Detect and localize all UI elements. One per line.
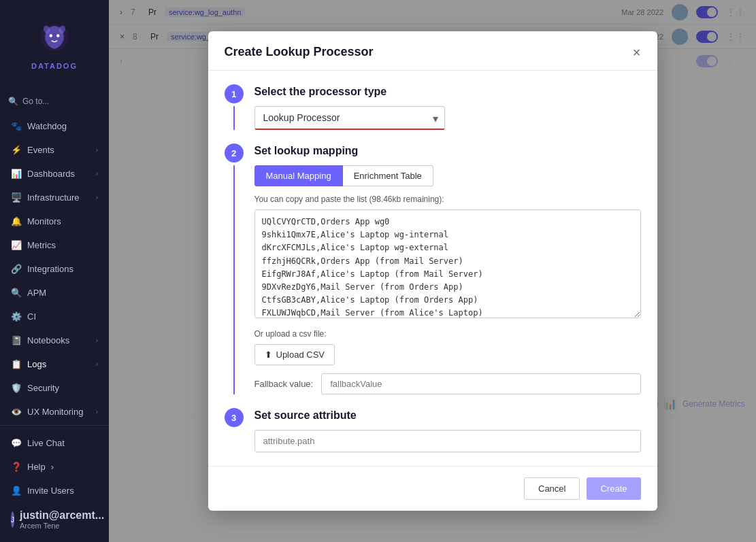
sidebar-search-area[interactable]: 🔍 Go to... <box>0 88 109 114</box>
logo-text: DATADOG <box>31 62 78 70</box>
invite-icon: 👤 <box>11 486 22 496</box>
sidebar-nav: 🐾 Watchdog ⚡ Events › 📊 Dashboards › 🖥️ … <box>0 114 109 425</box>
step-2-indicator: 2 <box>225 143 244 394</box>
modal-body: 1 Select the processor type Lookup Proce… <box>208 71 657 466</box>
sidebar-item-security[interactable]: 🛡️ Security <box>0 376 109 400</box>
sidebar-item-label: Monitors <box>27 216 61 226</box>
step-2-title: Set lookup mapping <box>254 145 641 157</box>
upload-btn-label: Upload CSV <box>276 350 325 360</box>
logo-area: DATADOG <box>0 0 109 88</box>
processor-type-select[interactable]: Lookup Processor <box>254 106 445 130</box>
sidebar-item-label: Infrastructure <box>27 192 80 203</box>
sidebar-item-label: Logs <box>27 359 46 369</box>
infrastructure-icon: 🖥️ <box>11 192 22 203</box>
step-1-indicator: 1 <box>225 84 244 130</box>
step-2-container: 2 Set lookup mapping Manual Mapping Enri… <box>208 143 657 408</box>
sidebar-item-label: Watchdog <box>27 121 67 131</box>
fallback-label: Fallback value: <box>254 379 314 389</box>
sidebar-item-label: Integrations <box>27 264 73 274</box>
global-search[interactable]: 🔍 Go to... <box>8 94 101 109</box>
sidebar-item-logs[interactable]: 📋 Logs › <box>0 352 109 376</box>
help-icon: ❓ <box>11 462 22 472</box>
logs-icon: 📋 <box>11 359 22 369</box>
fallback-row: Fallback value: <box>254 373 641 394</box>
dashboards-icon: 📊 <box>11 169 22 179</box>
monitors-icon: 🔔 <box>11 216 22 226</box>
events-icon: ⚡ <box>11 145 22 155</box>
sidebar-item-ux-monitoring[interactable]: 👁️ UX Monitoring › <box>0 400 109 424</box>
modal-close-button[interactable]: × <box>633 46 641 59</box>
chevron-right-icon: › <box>96 360 98 368</box>
sidebar-bottom: 💬 Live Chat ❓ Help › 👤 Invite Users J ju… <box>0 425 109 542</box>
sidebar-item-label: Events <box>27 145 54 155</box>
sidebar-item-label: Notebooks <box>27 335 69 345</box>
integrations-icon: 🔗 <box>11 264 22 274</box>
upload-label: Or upload a csv file: <box>254 329 641 339</box>
modal-title: Create Lookup Processor <box>225 45 374 59</box>
modal-header: Create Lookup Processor × <box>208 31 657 71</box>
security-icon: 🛡️ <box>11 383 22 393</box>
sidebar-item-live-chat[interactable]: 💬 Live Chat <box>0 431 109 455</box>
chevron-right-icon: › <box>96 408 98 416</box>
mapping-textarea[interactable]: UQlCVYQrCTD,Orders App wg0 9shki1Qmx7E,A… <box>254 209 641 318</box>
cancel-button[interactable]: Cancel <box>524 477 580 500</box>
processor-type-select-wrapper: Lookup Processor ▾ <box>254 106 445 130</box>
user-profile-area[interactable]: J justin@arcemt... Arcem Tene <box>0 503 109 537</box>
sidebar: DATADOG 🔍 Go to... 🐾 Watchdog ⚡ Events ›… <box>0 0 109 542</box>
search-label: Go to... <box>22 97 49 106</box>
sidebar-item-watchdog[interactable]: 🐾 Watchdog <box>0 114 109 138</box>
sidebar-item-notebooks[interactable]: 📓 Notebooks › <box>0 328 109 352</box>
step-1-content: Select the processor type Lookup Process… <box>254 84 641 130</box>
chevron-right-icon: › <box>96 170 98 177</box>
sidebar-item-monitors[interactable]: 🔔 Monitors <box>0 209 109 233</box>
step-2-content: Set lookup mapping Manual Mapping Enrich… <box>254 143 641 394</box>
live-chat-label: Live Chat <box>27 438 65 448</box>
chevron-right-icon: › <box>96 337 98 344</box>
sidebar-item-help[interactable]: ❓ Help › <box>0 455 109 479</box>
sidebar-item-label: Metrics <box>27 240 56 250</box>
apm-icon: 🔍 <box>11 288 22 298</box>
avatar: J <box>11 511 14 528</box>
user-details: justin@arcemt... Arcem Tene <box>20 509 104 530</box>
sidebar-item-label: Dashboards <box>27 169 75 179</box>
sidebar-item-label: CI <box>27 311 36 322</box>
sidebar-item-invite-users[interactable]: 👤 Invite Users <box>0 479 109 503</box>
sidebar-item-metrics[interactable]: 📈 Metrics <box>0 233 109 257</box>
step-1-title: Select the processor type <box>254 86 641 98</box>
sidebar-item-label: APM <box>27 288 46 298</box>
chevron-right-icon: › <box>96 194 98 201</box>
watchdog-icon: 🐾 <box>11 121 22 131</box>
metrics-icon: 📈 <box>11 240 22 250</box>
mapping-tab-group: Manual Mapping Enrichment Table <box>254 165 641 186</box>
sidebar-item-dashboards[interactable]: 📊 Dashboards › <box>0 162 109 186</box>
create-button[interactable]: Create <box>587 477 640 500</box>
sidebar-item-apm[interactable]: 🔍 APM <box>0 281 109 305</box>
source-attribute-input[interactable] <box>254 430 641 452</box>
sidebar-item-ci[interactable]: ⚙️ CI <box>0 305 109 328</box>
sidebar-item-events[interactable]: ⚡ Events › <box>0 138 109 162</box>
step-1-container: 1 Select the processor type Lookup Proce… <box>208 71 657 143</box>
create-lookup-processor-modal: Create Lookup Processor × 1 Select the p… <box>208 31 657 511</box>
step-3-indicator: 3 <box>225 408 244 452</box>
help-label: Help <box>27 462 46 472</box>
datadog-logo-icon <box>34 18 75 59</box>
sidebar-item-integrations[interactable]: 🔗 Integrations <box>0 257 109 281</box>
upload-csv-button[interactable]: ⬆ Upload CSV <box>254 344 335 365</box>
main-content: › 7 Pr service:wg_log_authn Mar 28 2022 … <box>109 0 756 542</box>
tab-enrichment-table[interactable]: Enrichment Table <box>343 165 433 186</box>
mapping-info-text: You can copy and paste the list (98.46kb… <box>254 194 641 204</box>
search-icon: 🔍 <box>8 97 18 106</box>
chevron-right-icon: › <box>51 462 54 472</box>
user-subtitle: Arcem Tene <box>20 522 104 530</box>
tab-manual-mapping[interactable]: Manual Mapping <box>254 165 343 186</box>
notebooks-icon: 📓 <box>11 335 22 345</box>
invite-label: Invite Users <box>27 486 74 496</box>
chat-icon: 💬 <box>11 438 22 448</box>
ci-icon: ⚙️ <box>11 311 22 322</box>
step-1-line <box>233 106 235 130</box>
sidebar-item-infrastructure[interactable]: 🖥️ Infrastructure › <box>0 186 109 209</box>
svg-point-2 <box>56 34 60 37</box>
fallback-input[interactable] <box>321 373 640 394</box>
step-3-container: 3 Set source attribute <box>208 408 657 466</box>
modal-overlay: Create Lookup Processor × 1 Select the p… <box>109 0 756 542</box>
